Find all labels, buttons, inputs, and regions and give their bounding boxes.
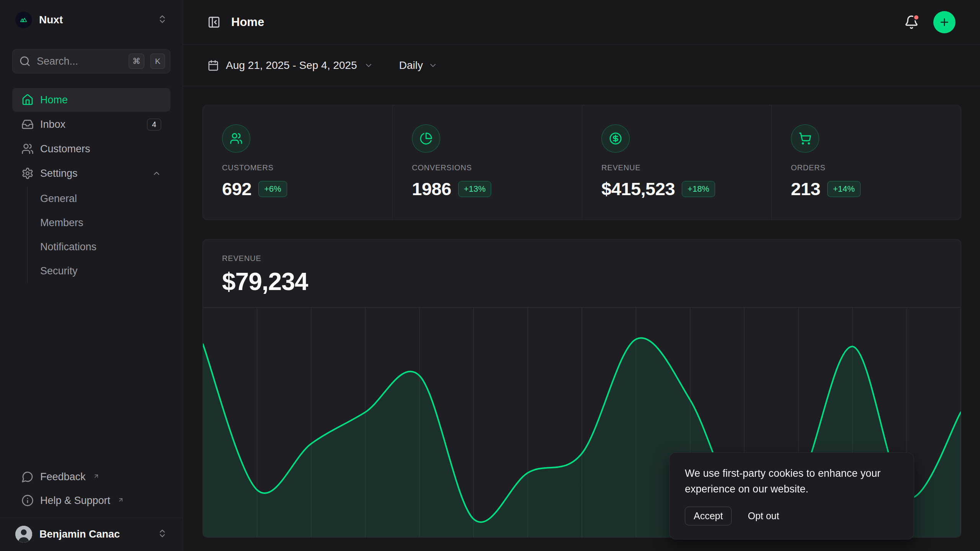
team-name: Nuxt: [39, 14, 150, 26]
calendar-icon: [207, 60, 219, 71]
gear-icon: [21, 167, 34, 179]
cookie-actions: Accept Opt out: [685, 507, 898, 525]
stat-revenue[interactable]: REVENUE $415,523 +18%: [582, 105, 771, 220]
filter-bar: Aug 21, 2025 - Sep 4, 2025 Daily: [183, 45, 980, 86]
chevrons-up-down-icon: [157, 528, 167, 540]
add-button[interactable]: [933, 11, 956, 33]
sidebar-item-settings[interactable]: Settings: [12, 161, 170, 185]
help-support-label: Help & Support: [40, 495, 110, 507]
stat-label: REVENUE: [601, 163, 755, 172]
search-input[interactable]: [37, 55, 122, 67]
sidebar-subitem-security[interactable]: Security: [28, 259, 170, 283]
stat-value: 1986: [412, 178, 451, 199]
users-icon: [222, 124, 250, 153]
command-kbd: ⌘: [129, 54, 144, 69]
stat-delta-badge: +6%: [258, 181, 287, 197]
sidebar-subitem-general[interactable]: General: [28, 187, 170, 211]
help-support-link[interactable]: Help & Support: [12, 489, 170, 512]
feedback-link[interactable]: Feedback: [12, 465, 170, 489]
stat-delta-badge: +18%: [682, 181, 715, 197]
stat-value: 692: [222, 178, 252, 199]
team-switcher[interactable]: Nuxt: [12, 10, 170, 30]
sidebar-toggle-button[interactable]: [207, 16, 220, 29]
stat-label: CUSTOMERS: [222, 163, 376, 172]
inbox-icon: [21, 118, 34, 130]
arrow-up-right-icon: [118, 494, 124, 506]
users-icon: [21, 143, 34, 155]
stat-customers[interactable]: CUSTOMERS 692 +6%: [203, 105, 392, 220]
pie-chart-icon: [412, 124, 440, 153]
sidebar-subitem-members[interactable]: Members: [28, 211, 170, 235]
cookie-banner: We use first-party cookies to enhance yo…: [669, 452, 914, 540]
k-kbd: K: [150, 54, 165, 69]
user-name: Benjamin Canac: [39, 528, 150, 540]
sidebar-footer: Feedback Help & Support: [12, 465, 170, 518]
stat-orders[interactable]: ORDERS 213 +14%: [771, 105, 961, 220]
chevrons-up-down-icon: [157, 14, 167, 26]
accept-button[interactable]: Accept: [685, 507, 732, 525]
date-range-picker[interactable]: Aug 21, 2025 - Sep 4, 2025: [207, 59, 373, 72]
sidebar-item-label: Home: [40, 94, 68, 106]
arrow-up-right-icon: [93, 470, 100, 482]
chevron-down-icon: [428, 61, 438, 70]
sidebar-item-customers[interactable]: Customers: [12, 137, 170, 161]
inbox-count-badge: 4: [147, 119, 161, 130]
page-title: Home: [231, 15, 264, 29]
search-box[interactable]: ⌘ K: [12, 49, 170, 73]
sidebar-item-label: Customers: [40, 143, 90, 155]
stat-conversions[interactable]: CONVERSIONS 1986 +13%: [392, 105, 582, 220]
notifications-button[interactable]: [904, 15, 919, 29]
settings-sub-list: General Members Notifications Security: [27, 187, 170, 283]
avatar: [15, 526, 32, 543]
stat-value: $415,523: [601, 178, 675, 199]
sidebar-subitem-notifications[interactable]: Notifications: [28, 235, 170, 259]
stat-label: CONVERSIONS: [412, 163, 565, 172]
sidebar: Nuxt ⌘ K Home Inbox 4 Customers: [0, 0, 183, 551]
chevron-down-icon: [364, 61, 373, 70]
revenue-chart-value: $79,234: [203, 267, 961, 296]
dollar-circle-icon: [601, 124, 630, 153]
info-icon: [21, 494, 34, 507]
sidebar-item-label: Inbox: [40, 119, 65, 130]
notification-dot: [913, 14, 920, 21]
cookie-message: We use first-party cookies to enhance yo…: [685, 466, 898, 497]
opt-out-button[interactable]: Opt out: [746, 507, 781, 525]
message-circle-icon: [21, 471, 34, 483]
granularity-select[interactable]: Daily: [399, 59, 438, 72]
search-icon: [19, 55, 31, 67]
sidebar-item-inbox[interactable]: Inbox 4: [12, 112, 170, 136]
user-menu[interactable]: Benjamin Canac: [12, 523, 170, 546]
topbar: Home: [183, 0, 980, 45]
date-range-value: Aug 21, 2025 - Sep 4, 2025: [226, 59, 357, 72]
stat-value: 213: [791, 178, 820, 199]
stat-delta-badge: +13%: [458, 181, 492, 197]
home-icon: [21, 94, 34, 106]
revenue-chart-label: REVENUE: [203, 254, 961, 263]
shopping-cart-icon: [791, 124, 819, 153]
topbar-actions: [904, 11, 956, 33]
stats-card: CUSTOMERS 692 +6% CONVERSIONS 1986 +13%: [203, 105, 961, 220]
sidebar-item-label: Settings: [40, 168, 78, 179]
user-section: Benjamin Canac: [0, 518, 183, 551]
stat-delta-badge: +14%: [827, 181, 861, 197]
granularity-value: Daily: [399, 59, 423, 72]
plus-icon: [939, 16, 950, 28]
chevron-up-icon: [152, 169, 161, 178]
panel-left-close-icon: [207, 16, 220, 29]
nuxt-logo-icon: [15, 11, 32, 28]
sidebar-nav: Home Inbox 4 Customers Settings Ge: [12, 88, 170, 284]
stat-label: ORDERS: [791, 163, 944, 172]
sidebar-item-home[interactable]: Home: [12, 88, 170, 112]
feedback-label: Feedback: [40, 471, 86, 483]
